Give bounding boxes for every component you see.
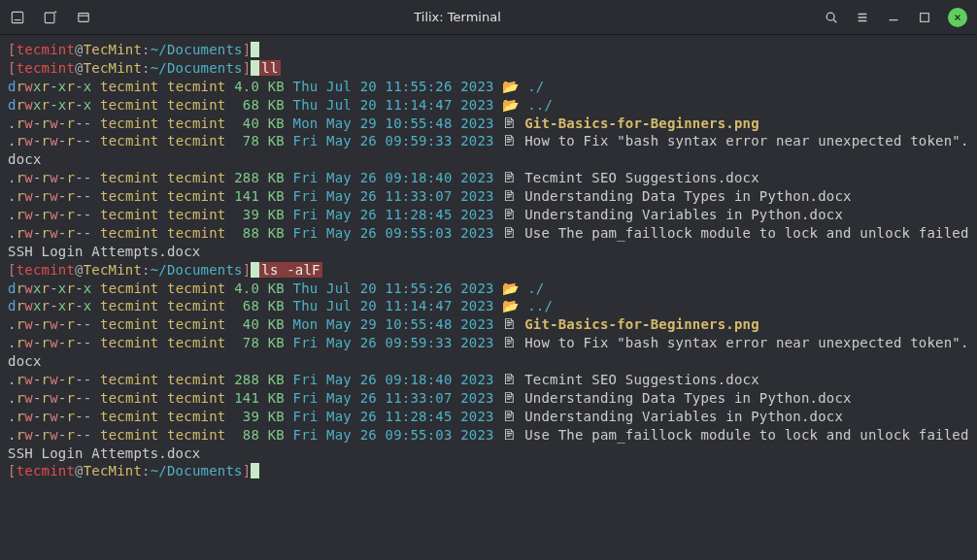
file-row: .rw-rw-r-- tecmint tecmint 39 KB Fri May… bbox=[8, 206, 969, 224]
file-row: .rw-rw-r-- tecmint tecmint 88 KB Fri May… bbox=[8, 224, 969, 261]
titlebar-left bbox=[10, 10, 91, 25]
command-text: ls -alF bbox=[259, 262, 321, 278]
new-session-icon[interactable] bbox=[10, 10, 25, 25]
file-row: .rw-rw-r-- tecmint tecmint 288 KB Fri Ma… bbox=[8, 169, 969, 187]
new-tab-icon[interactable] bbox=[43, 10, 58, 25]
search-icon[interactable] bbox=[824, 10, 839, 25]
svg-rect-0 bbox=[12, 12, 22, 22]
file-row: .rw-rw-r-- tecmint tecmint 78 KB Fri May… bbox=[8, 132, 969, 169]
titlebar-right bbox=[824, 8, 967, 27]
file-row: drwxr-xr-x tecmint tecmint 68 KB Thu Jul… bbox=[8, 96, 969, 115]
file-row: .rw-rw-r-- tecmint tecmint 88 KB Fri May… bbox=[8, 426, 969, 463]
maximize-icon[interactable] bbox=[917, 10, 932, 25]
file-row: .rw-rw-r-- tecmint tecmint 39 KB Fri May… bbox=[8, 408, 969, 426]
file-row: drwxr-xr-x tecmint tecmint 68 KB Thu Jul… bbox=[8, 297, 969, 315]
prompt-line: [tecmint@TecMint:~/Documents] bbox=[8, 41, 969, 59]
file-row: .rw-rw-r-- tecmint tecmint 40 KB Mon May… bbox=[8, 315, 969, 334]
menu-icon[interactable] bbox=[855, 10, 870, 25]
svg-rect-1 bbox=[45, 13, 54, 23]
file-row: drwxr-xr-x tecmint tecmint 4.0 KB Thu Ju… bbox=[8, 280, 969, 298]
file-row: .rw-rw-r-- tecmint tecmint 141 KB Fri Ma… bbox=[8, 187, 969, 206]
prompt-line: [tecmint@TecMint:~/Documents]ll bbox=[8, 59, 969, 78]
minimize-icon[interactable] bbox=[886, 10, 901, 25]
file-row: .rw-rw-r-- tecmint tecmint 288 KB Fri Ma… bbox=[8, 371, 969, 389]
cursor bbox=[251, 463, 259, 478]
file-row: .rw-rw-r-- tecmint tecmint 78 KB Fri May… bbox=[8, 334, 969, 371]
view-icon[interactable] bbox=[76, 10, 91, 25]
close-icon[interactable] bbox=[948, 8, 967, 27]
svg-rect-2 bbox=[79, 13, 89, 21]
svg-point-3 bbox=[826, 13, 834, 20]
prompt-line: [tecmint@TecMint:~/Documents] bbox=[8, 462, 969, 480]
prompt-line: [tecmint@TecMint:~/Documents]ls -alF bbox=[8, 261, 969, 280]
window-title: Tilix: Terminal bbox=[91, 10, 824, 24]
terminal-output[interactable]: [tecmint@TecMint:~/Documents][tecmint@Te… bbox=[0, 35, 977, 486]
cursor bbox=[251, 42, 259, 57]
file-row: .rw-rw-r-- tecmint tecmint 40 KB Mon May… bbox=[8, 115, 969, 133]
svg-rect-4 bbox=[921, 13, 929, 21]
file-row: drwxr-xr-x tecmint tecmint 4.0 KB Thu Ju… bbox=[8, 78, 969, 96]
titlebar: Tilix: Terminal bbox=[0, 0, 977, 35]
command-text: ll bbox=[259, 60, 280, 76]
file-row: .rw-rw-r-- tecmint tecmint 141 KB Fri Ma… bbox=[8, 389, 969, 408]
